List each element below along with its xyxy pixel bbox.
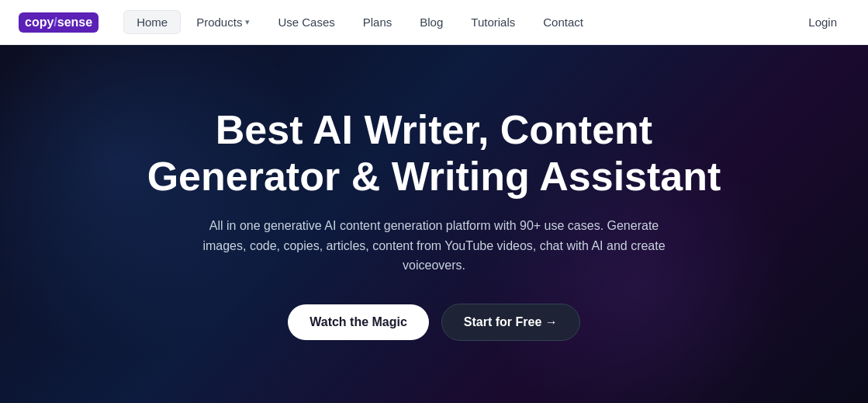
nav-item-use-cases[interactable]: Use Cases [265,11,347,33]
hero-subtitle: All in one generative AI content generat… [202,216,667,276]
nav-item-contact[interactable]: Contact [531,11,596,33]
hero-title: Best AI Writer, Content Generator & Writ… [116,107,752,200]
nav-links: Home Products ▾ Use Cases Plans Blog Tut… [123,10,796,34]
navbar: copy / sense Home Products ▾ Use Cases P… [0,0,868,45]
hero-buttons: Watch the Magic Start for Free → [288,304,580,341]
start-free-button[interactable]: Start for Free → [441,304,580,341]
hero-section: Best AI Writer, Content Generator & Writ… [0,45,868,403]
nav-item-blog[interactable]: Blog [407,11,455,33]
nav-item-products[interactable]: Products ▾ [184,11,262,33]
chevron-down-icon: ▾ [245,17,250,27]
nav-item-tutorials[interactable]: Tutorials [458,11,527,33]
watch-magic-button[interactable]: Watch the Magic [288,304,429,340]
login-link[interactable]: Login [796,11,849,33]
logo-copy-text: copy [25,16,54,30]
logo[interactable]: copy / sense [19,12,99,33]
logo-box: copy / sense [19,12,99,33]
logo-sense-text: sense [57,16,92,30]
nav-item-home[interactable]: Home [123,10,181,34]
nav-item-plans[interactable]: Plans [351,11,405,33]
